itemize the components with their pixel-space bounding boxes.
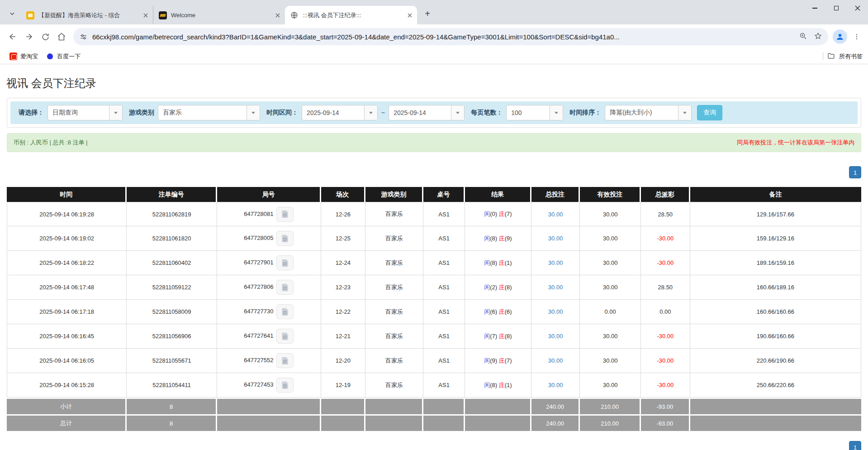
total-bet-link[interactable]: 30.00: [548, 284, 563, 291]
column-header: 总投注: [531, 187, 580, 202]
browser-tab-3[interactable]: :::视讯 会员下注纪录:::: [285, 6, 417, 24]
cell-bet-id: 522811058009: [127, 300, 217, 324]
date-end-input[interactable]: 2025-09-14: [389, 105, 465, 120]
tab-close-icon[interactable]: [274, 11, 281, 19]
bookmark-star-icon[interactable]: [814, 32, 822, 42]
summary-round: [217, 414, 321, 431]
page-button-1[interactable]: 1: [849, 166, 861, 178]
total-bet-link[interactable]: 30.00: [548, 357, 563, 364]
all-bookmarks-label[interactable]: 所有书签: [839, 53, 863, 61]
cell-total-bet[interactable]: 30.00: [531, 324, 580, 349]
cell-note: 129.16/157.66: [690, 202, 861, 226]
filter-panel: 请选择： 日期查询 游戏类别 百家乐 时间区间： 2025-09-14 ~ 20…: [7, 98, 861, 128]
cell-result: 闲(6) 庄(6): [465, 300, 531, 324]
cell-round-id: 647728081: [217, 202, 321, 226]
refresh-button[interactable]: [37, 29, 53, 45]
column-header: 总派彩: [641, 187, 690, 202]
close-window-button[interactable]: [847, 0, 868, 16]
tab-close-icon[interactable]: [142, 11, 149, 19]
summary-result: [465, 414, 531, 431]
summary-total-bet: 240.00: [531, 397, 580, 414]
total-bet-link[interactable]: 30.00: [548, 211, 563, 218]
site-settings-icon[interactable]: [80, 33, 87, 41]
video-replay-button[interactable]: [276, 255, 294, 270]
summary-info-bar: 币别 : 人民币 | 总共 :8 注单 | 同局有效投注，统一计算在该局第一张注…: [7, 133, 861, 152]
video-replay-button[interactable]: [276, 207, 294, 222]
address-bar[interactable]: 66cxkj98.com/game/betrecord_search/kind3…: [73, 28, 828, 45]
sort-select[interactable]: 降冪(由大到小): [605, 105, 692, 120]
chevron-down-icon[interactable]: [550, 105, 563, 120]
video-replay-button[interactable]: [276, 329, 294, 344]
total-bet-link[interactable]: 30.00: [548, 382, 563, 388]
game-type-select[interactable]: 百家乐: [158, 105, 260, 120]
table-row: 2025-09-14 06:18:22522811060402647727901…: [7, 251, 861, 275]
cell-session: 12-19: [321, 373, 365, 397]
url-text[interactable]: 66cxkj98.com/game/betrecord_search/kind3…: [92, 33, 794, 41]
cell-session: 12-22: [321, 300, 365, 324]
home-button[interactable]: [53, 29, 70, 45]
browser-tab-1[interactable]: 【新提醒】海燕策略论坛 - 综合: [21, 6, 153, 24]
total-bet-link[interactable]: 30.00: [548, 308, 563, 315]
cell-total-bet[interactable]: 30.00: [531, 226, 580, 251]
filter-well: 请选择： 日期查询 游戏类别 百家乐 时间区间： 2025-09-14 ~ 20…: [10, 101, 858, 124]
bookmark-item[interactable]: 爱淘宝: [5, 51, 42, 62]
page-button-1[interactable]: 1: [849, 441, 861, 450]
cell-total-bet[interactable]: 30.00: [531, 202, 580, 226]
summary-note: [690, 414, 861, 431]
browser-tab-2[interactable]: Welcome: [153, 6, 285, 24]
video-replay-button[interactable]: [276, 304, 294, 319]
video-replay-button[interactable]: [276, 353, 294, 368]
cell-bet-id: 522811061820: [127, 226, 217, 251]
forward-button[interactable]: [21, 29, 37, 45]
cell-session: 12-25: [321, 226, 365, 251]
cell-note: 159.16/129.16: [690, 226, 861, 251]
column-header: 桌号: [423, 187, 465, 202]
video-replay-button[interactable]: [276, 378, 294, 393]
chevron-down-icon[interactable]: [109, 105, 122, 120]
cell-valid-bet: 30.00: [580, 373, 640, 397]
cell-table-no: AS1: [423, 226, 465, 251]
video-replay-button[interactable]: [276, 231, 294, 246]
summary-table: [423, 397, 465, 414]
chevron-down-icon[interactable]: [678, 105, 691, 120]
summary-count: 8: [127, 397, 217, 414]
query-type-select[interactable]: 日期查询: [47, 105, 123, 120]
back-button[interactable]: [5, 29, 21, 45]
column-header: 结果: [465, 187, 531, 202]
maximize-button[interactable]: [825, 0, 847, 16]
total-bet-link[interactable]: 30.00: [548, 235, 563, 242]
page-content: 视讯 会员下注纪录 请选择： 日期查询 游戏类别 百家乐 时间区间： 2025-…: [0, 76, 868, 450]
cell-total-bet[interactable]: 30.00: [531, 373, 580, 397]
cell-total-bet[interactable]: 30.00: [531, 275, 580, 300]
cell-result: 闲(8) 庄(1): [465, 251, 531, 275]
profile-avatar[interactable]: [833, 29, 847, 44]
chevron-down-icon[interactable]: [247, 105, 260, 120]
browser-menu-icon[interactable]: [850, 30, 863, 43]
tab-search-chevron-icon[interactable]: [5, 7, 19, 20]
tab-close-icon[interactable]: [406, 11, 413, 19]
cell-valid-bet: 30.00: [580, 251, 640, 275]
column-header: 时间: [7, 187, 127, 202]
window-controls: [804, 0, 868, 16]
video-replay-button[interactable]: [276, 280, 294, 295]
cell-total-bet[interactable]: 30.00: [531, 300, 580, 324]
cell-time: 2025-09-14 06:17:48: [7, 275, 127, 300]
search-button[interactable]: 查询: [697, 105, 722, 120]
cell-table-no: AS1: [423, 373, 465, 397]
bookmark-item[interactable]: 百度一下: [42, 51, 85, 62]
column-header: 注单编号: [127, 187, 217, 202]
total-bet-link[interactable]: 30.00: [548, 259, 563, 266]
zoom-icon[interactable]: [799, 32, 807, 42]
new-tab-button[interactable]: +: [421, 7, 434, 20]
cell-total-bet[interactable]: 30.00: [531, 349, 580, 373]
chevron-down-icon[interactable]: [364, 105, 377, 120]
date-start-input[interactable]: 2025-09-14: [302, 105, 378, 120]
cell-valid-bet: 30.00: [580, 275, 640, 300]
page-size-select[interactable]: 100: [506, 105, 563, 120]
cell-valid-bet: 30.00: [580, 202, 640, 226]
chevron-down-icon[interactable]: [451, 105, 464, 120]
cell-payout: 28.50: [641, 275, 690, 300]
total-bet-link[interactable]: 30.00: [548, 333, 563, 340]
minimize-button[interactable]: [804, 0, 825, 16]
cell-total-bet[interactable]: 30.00: [531, 251, 580, 275]
